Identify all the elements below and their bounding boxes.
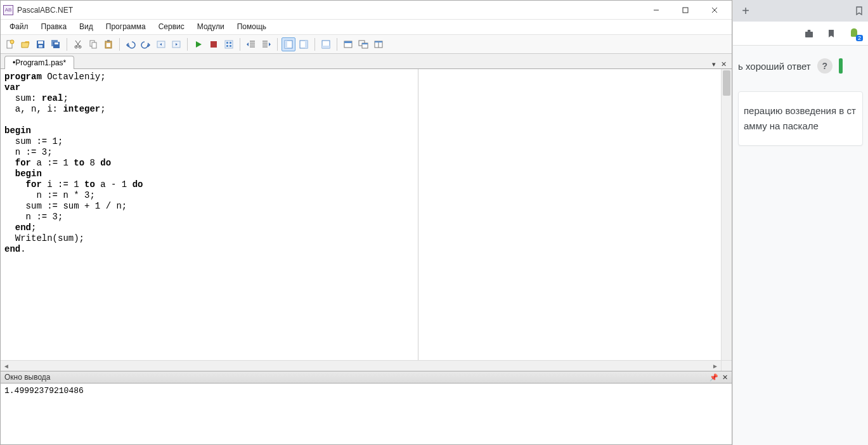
toolbar-separator [277, 38, 278, 51]
toolbar-separator [67, 38, 67, 51]
horizontal-scrollbar[interactable]: ◄ ► [1, 361, 721, 371]
indent-right-icon[interactable] [259, 37, 273, 51]
run-icon[interactable] [191, 37, 205, 51]
panel3-icon[interactable] [319, 37, 333, 51]
question-line-1: перацию возведения в ст [744, 103, 860, 119]
new-tab-button[interactable]: + [737, 2, 755, 20]
svg-rect-7 [38, 41, 43, 44]
svg-rect-47 [362, 43, 368, 44]
undo-icon[interactable] [124, 37, 138, 51]
browser-android-extension-icon[interactable]: 2 [848, 27, 860, 40]
svg-rect-23 [211, 41, 217, 48]
toolbar-separator [314, 38, 315, 51]
output-panel-title: Окно вывода [4, 373, 51, 382]
output-panel-body[interactable]: 1.49992379210486 [1, 384, 732, 444]
window-title: PascalABC.NET [17, 6, 642, 15]
svg-rect-17 [92, 42, 96, 48]
close-button[interactable] [700, 1, 729, 20]
answer-hint-row: ь хороший ответ ? [738, 58, 863, 74]
help-icon[interactable]: ? [817, 58, 832, 74]
extension-badge-count: 2 [856, 35, 863, 41]
new-file-icon[interactable] [3, 37, 17, 51]
horizontal-scrollbar-row: ◄ ► [1, 360, 732, 371]
scrollbar-corner [721, 361, 732, 371]
menu-view[interactable]: Вид [73, 20, 100, 34]
svg-rect-28 [230, 45, 231, 47]
scroll-left-icon[interactable]: ◄ [2, 363, 11, 370]
green-accent-icon [839, 58, 843, 74]
scroll-right-icon[interactable]: ► [711, 363, 720, 370]
tabbar-close-icon[interactable]: ✕ [720, 60, 728, 68]
svg-rect-1 [683, 8, 688, 13]
scrollbar-thumb[interactable] [723, 70, 730, 96]
browser-page-content: ь хороший ответ ? перацию возведения в с… [733, 46, 868, 445]
minimize-button[interactable] [642, 1, 671, 20]
output-panel-header: Окно вывода 📌 ✕ [1, 371, 732, 384]
output-close-icon[interactable]: ✕ [722, 373, 728, 382]
svg-rect-19 [107, 40, 110, 42]
vertical-scrollbar[interactable] [721, 69, 732, 360]
menu-help[interactable]: Помощь [231, 20, 273, 34]
window2-icon[interactable] [356, 37, 370, 51]
ide-window: AB PascalABC.NET Файл Правка Вид Програм… [0, 0, 732, 445]
open-file-icon[interactable] [18, 37, 32, 51]
compile-icon[interactable] [222, 37, 236, 51]
editor-tabbar: •Program1.pas* ▾ ✕ [1, 54, 732, 69]
browser-bookmark-alt-icon[interactable] [854, 6, 864, 16]
svg-rect-44 [344, 41, 352, 43]
menu-modules[interactable]: Модули [191, 20, 231, 34]
titlebar: AB PascalABC.NET [1, 1, 732, 20]
menu-program[interactable]: Программа [100, 20, 152, 34]
svg-rect-26 [230, 42, 231, 44]
window1-icon[interactable] [341, 37, 355, 51]
answer-hint-text: ь хороший ответ [738, 61, 811, 72]
browser-extensions-icon[interactable] [803, 28, 815, 39]
copy-icon[interactable] [86, 37, 100, 51]
editor-vertical-divider [418, 69, 418, 360]
save-icon[interactable] [34, 37, 48, 51]
toolbar-separator [337, 38, 337, 51]
nav-back-icon[interactable] [154, 37, 168, 51]
browser-tabstrip: + [733, 0, 868, 22]
editor-area: program Octavleniy; var sum: real; a, n,… [1, 69, 732, 360]
tabbar-dropdown-icon[interactable]: ▾ [711, 60, 717, 68]
svg-rect-38 [285, 41, 287, 48]
code-editor[interactable]: program Octavleniy; var sum: real; a, n,… [1, 69, 721, 360]
save-all-icon[interactable] [49, 37, 63, 51]
app-icon: AB [3, 5, 13, 15]
editor-tab-program1[interactable]: •Program1.pas* [4, 56, 74, 69]
svg-point-5 [10, 40, 14, 44]
svg-rect-8 [39, 45, 42, 48]
svg-rect-52 [808, 30, 811, 33]
svg-rect-42 [322, 46, 330, 48]
panel1-icon[interactable] [282, 37, 295, 51]
cut-icon[interactable] [71, 37, 85, 51]
svg-rect-50 [375, 41, 382, 42]
browser-toolbar: 2 [733, 22, 868, 46]
menu-file[interactable]: Файл [3, 20, 35, 34]
menu-edit[interactable]: Правка [35, 20, 74, 34]
svg-rect-25 [226, 42, 228, 44]
question-line-2: амму на паскале [744, 119, 860, 134]
svg-rect-27 [226, 45, 228, 47]
toolbar-separator [240, 38, 240, 51]
stop-icon[interactable] [207, 37, 221, 51]
paste-icon[interactable] [101, 37, 115, 51]
window3-icon[interactable] [372, 37, 385, 51]
panel2-icon[interactable] [297, 37, 311, 51]
indent-left-icon[interactable] [244, 37, 258, 51]
menubar: Файл Правка Вид Программа Сервис Модули … [1, 20, 732, 35]
svg-rect-20 [107, 43, 110, 47]
browser-bookmark-icon[interactable] [826, 28, 836, 39]
svg-rect-40 [305, 41, 308, 48]
toolbar-separator [119, 38, 120, 51]
question-card: перацию возведения в ст амму на паскале [738, 91, 863, 146]
redo-icon[interactable] [139, 37, 153, 51]
svg-rect-24 [225, 41, 233, 48]
toolbar-separator [187, 38, 188, 51]
maximize-button[interactable] [671, 1, 700, 20]
output-pin-icon[interactable]: 📌 [709, 373, 718, 382]
svg-rect-11 [55, 42, 58, 44]
nav-forward-icon[interactable] [169, 37, 183, 51]
menu-service[interactable]: Сервис [152, 20, 191, 34]
